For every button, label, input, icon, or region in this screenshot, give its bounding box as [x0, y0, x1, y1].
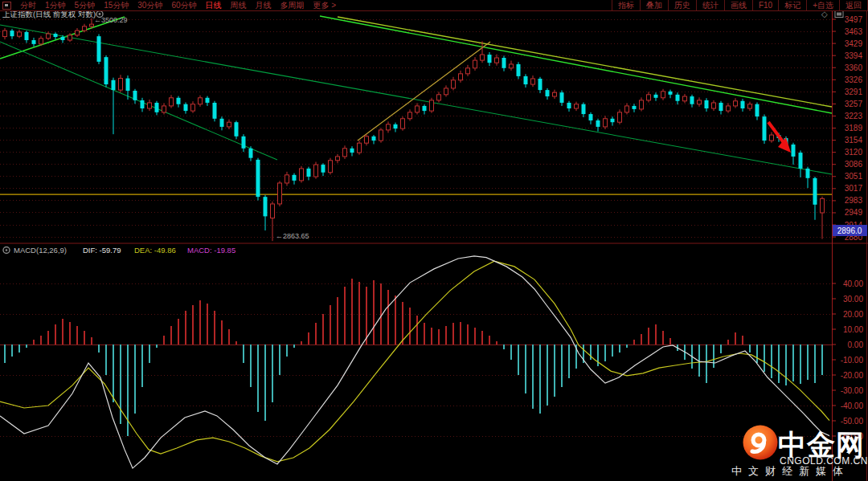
macd-bar [641, 334, 642, 344]
macd-bar [619, 344, 620, 353]
candle-body [661, 92, 665, 98]
macd-bar [445, 326, 447, 344]
candle-body [39, 39, 43, 44]
timeframe-5min[interactable]: 5分钟 [75, 0, 96, 10]
macd-bar [474, 328, 476, 344]
macd-bar [98, 344, 100, 353]
candle-body [669, 92, 673, 95]
candle-body [430, 100, 434, 111]
macd-indicator-label[interactable]: MACD(12,26,9) [14, 246, 67, 255]
price-axis-label: 3223 [845, 112, 863, 120]
candle-body [184, 104, 188, 111]
timeframe-30min[interactable]: 30分钟 [137, 0, 162, 10]
timeframe-weekly[interactable]: 周线 [231, 0, 247, 10]
macd-axis-label: -50.00 [841, 417, 864, 426]
candle-body [647, 95, 651, 100]
timeframe-daily[interactable]: 日线 [206, 0, 222, 10]
candle-body [126, 79, 130, 91]
candle-body [770, 135, 774, 141]
candle-body [47, 34, 51, 39]
macd-bar [792, 344, 794, 381]
window-corner-icon[interactable] [835, 11, 843, 18]
candlestick-layer [3, 18, 825, 242]
candle-body [676, 95, 680, 101]
candle-body [18, 32, 22, 36]
toolbar-history[interactable]: 历史 [668, 0, 696, 10]
trendline[interactable] [0, 25, 832, 174]
window-icon[interactable] [2, 2, 11, 10]
timeframe-multi-period[interactable]: 多周期 [280, 0, 305, 10]
macd-bar [554, 344, 555, 397]
toolbar-back[interactable]: 返回 [839, 0, 868, 10]
candle-body [741, 101, 745, 108]
toolbar-f10[interactable]: F10 [752, 0, 778, 10]
toolbar-statistics[interactable]: 统计 [696, 0, 724, 10]
candle-body [293, 175, 297, 181]
macd-bar [192, 305, 194, 344]
cngold-watermark: 中金网 CNGOLD.COM.CN 中文财经新媒体 [731, 426, 868, 478]
macd-bar [785, 344, 787, 385]
candle-body [271, 204, 275, 218]
last-price-value: 2896.0 [837, 226, 862, 235]
candle-body [191, 104, 195, 111]
macd-bar [366, 287, 367, 344]
macd-bar [481, 331, 483, 344]
timeframe-15min[interactable]: 15分钟 [104, 0, 129, 10]
macd-bar [452, 323, 454, 344]
macd-bar [438, 329, 440, 344]
candle-body [264, 197, 268, 216]
toolbar-indicator[interactable]: 指标 [612, 0, 640, 10]
macd-bar [424, 323, 425, 344]
macd-bar [84, 331, 85, 344]
candle-body [546, 90, 550, 96]
macd-bar [199, 300, 201, 344]
candle-body [408, 112, 412, 119]
candle-body [10, 31, 14, 36]
macd-bar [590, 344, 592, 360]
timeframe-monthly[interactable]: 月线 [256, 0, 272, 10]
candle-body [567, 103, 571, 108]
macd-axis-label: 20.00 [843, 310, 863, 319]
toolbar-add-watchlist[interactable]: +自选 [806, 0, 839, 10]
toolbar-overlay[interactable]: 叠加 [640, 0, 668, 10]
macd-bar [547, 344, 548, 406]
macd-bar [807, 344, 809, 380]
macd-bar [207, 304, 208, 344]
macd-bar [156, 344, 158, 348]
candle-body [220, 119, 224, 127]
macd-bar [163, 336, 165, 344]
candle-body [755, 104, 760, 116]
macd-bar [55, 324, 56, 344]
timeframe-more[interactable]: 更多 > [313, 0, 337, 10]
trendline[interactable] [0, 42, 277, 160]
macd-bar [532, 344, 534, 409]
macd-bar [626, 344, 628, 348]
candle-body [510, 64, 514, 68]
macd-bar [127, 344, 129, 436]
macd-axis-label: 10.00 [843, 325, 863, 334]
candle-body [640, 100, 644, 109]
candle-body [3, 31, 7, 36]
macd-bar [771, 344, 772, 378]
macd-bar [662, 331, 664, 344]
trendline[interactable] [338, 17, 832, 107]
toolbar-mark[interactable]: 标记 [778, 0, 806, 10]
macd-bar [706, 344, 707, 383]
timeframe-60min[interactable]: 60分钟 [171, 0, 196, 10]
trendline[interactable] [320, 16, 832, 113]
macd-bar [69, 322, 71, 345]
macd-bar [91, 337, 92, 345]
price-axis-label: 3291 [845, 88, 863, 96]
timeframe-time-sharing[interactable]: 分时 [20, 0, 36, 10]
trendline[interactable] [358, 42, 490, 141]
toolbar-draw-line[interactable]: 画线 [724, 0, 752, 10]
macd-bar [720, 344, 722, 353]
macd-bar [149, 344, 150, 363]
trendline-layer[interactable] [0, 16, 832, 174]
low-annotation: ←2863.65 [276, 232, 309, 240]
macd-bar [735, 332, 736, 344]
macd-bar [18, 344, 20, 353]
macd-bar [431, 328, 432, 344]
macd-bar [409, 308, 411, 344]
timeframe-1min[interactable]: 1分钟 [45, 0, 66, 10]
